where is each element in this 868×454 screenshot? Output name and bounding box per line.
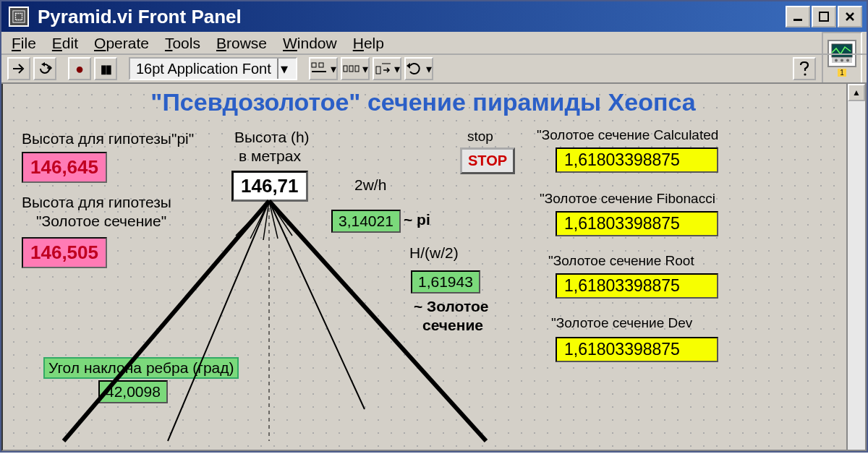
distribute-button[interactable]: ▾ [341,57,370,80]
label-height-h-2: в метрах [239,147,301,165]
maximize-button[interactable] [812,6,836,27]
menu-file[interactable]: File [12,35,36,52]
value-gold-dev: 1,61803398875 [556,337,718,362]
svg-rect-0 [13,11,25,22]
app-icon [9,7,29,27]
svg-rect-2 [793,19,802,21]
label-gold-root: "Золотое сечение Root [548,253,694,269]
menu-window[interactable]: Window [283,35,337,52]
svg-rect-16 [355,66,359,72]
toolbar: ● ▮▮ 16pt Application Font ▾ ▾ ▾ ▾ ▾ [1,53,867,84]
svg-rect-15 [349,66,353,72]
menu-help[interactable]: Help [353,35,384,52]
value-gold-calc: 1,61803398875 [556,147,718,173]
svg-rect-11 [312,63,316,67]
stop-button[interactable]: STOP [460,147,515,174]
svg-line-20 [64,201,269,441]
label-gold-dev: "Золотое сечение Dev [551,315,692,331]
panel-content: "Псевдозолотое" сечение пирамиды Хеопса … [3,84,865,450]
run-continuous-button[interactable] [33,57,56,80]
menu-browse[interactable]: Browse [216,35,267,52]
pyramid-diagram [46,192,516,451]
menu-tools[interactable]: Tools [165,35,200,52]
label-gold-calc: "Золотое сечение Calculated [537,127,718,143]
pause-button[interactable]: ▮▮ [94,57,117,80]
page-title: "Псевдозолотое" сечение пирамиды Хеопса [3,88,843,116]
svg-rect-17 [376,67,380,74]
svg-rect-12 [319,63,323,67]
context-help-button[interactable] [793,57,816,80]
app-window: Pyramid.vi Front Panel File Edit Operate… [0,0,868,453]
svg-rect-14 [344,66,347,72]
label-stop: stop [467,129,493,145]
svg-line-21 [269,201,486,441]
font-selector[interactable]: 16pt Application Font ▾ [129,57,297,80]
front-panel: ▲ "Псевдозолотое" сечение пирамиды Хеопс… [1,84,867,451]
menu-edit[interactable]: Edit [52,35,78,52]
label-height-pi: Высота для гипотезы"pi" [22,130,194,147]
menu-operate[interactable]: Operate [94,35,149,52]
value-gold-fib: 1,61803398875 [556,211,718,236]
value-height-pi: 146,645 [22,152,107,183]
label-2w-h: 2w/h [354,176,386,194]
abort-button[interactable]: ● [68,57,91,80]
run-button[interactable] [7,57,30,80]
value-gold-root: 1,61803398875 [556,273,718,299]
reorder-button[interactable]: ▾ [404,57,433,80]
svg-line-22 [168,201,269,441]
svg-line-25 [236,201,269,236]
svg-rect-3 [820,12,828,21]
resize-button[interactable]: ▾ [373,57,401,80]
window-title: Pyramid.vi Front Panel [38,6,786,28]
svg-line-24 [269,201,365,409]
label-height-h-1: Высота (h) [234,129,310,146]
font-label: 16pt Application Font [136,61,271,77]
svg-point-19 [804,73,806,75]
chevron-down-icon: ▾ [277,59,290,79]
titlebar[interactable]: Pyramid.vi Front Panel [1,1,867,32]
window-buttons [786,6,864,27]
close-button[interactable] [838,6,862,27]
label-gold-fib: "Золотое сечение Fibonacci [540,191,715,207]
minimize-button[interactable] [786,6,810,27]
align-button[interactable]: ▾ [309,57,338,80]
menubar: File Edit Operate Tools Browse Window He… [1,32,867,53]
